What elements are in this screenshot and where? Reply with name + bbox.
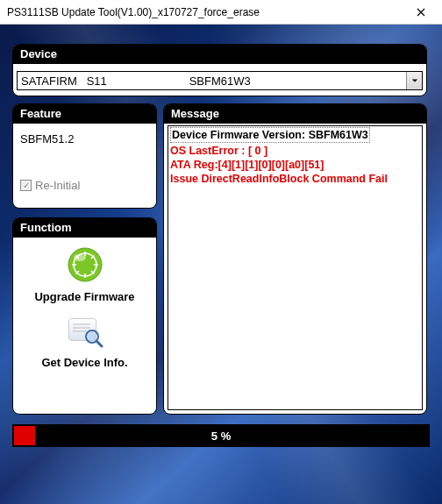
device-panel: Device SATAFIRM S11 SBFM61W3	[12, 44, 427, 96]
svg-line-19	[96, 341, 102, 346]
upgrade-label: Upgrade Firmware	[13, 290, 156, 303]
msg-firmware-version: Device Firmware Version: SBFM61W3	[170, 127, 370, 143]
device-select-value: SATAFIRM S11 SBFM61W3	[18, 72, 406, 89]
device-select[interactable]: SATAFIRM S11 SBFM61W3	[17, 71, 423, 90]
window-title: PS3111SB Update Tool(V1.00)_x170727_forc…	[7, 6, 403, 18]
reinitial-checkbox: ✓ Re-Initial	[20, 179, 149, 192]
message-panel: Message Device Firmware Version: SBFM61W…	[163, 103, 427, 415]
get-device-info-button[interactable]: Get Device Info.	[13, 316, 156, 369]
client-area: Device SATAFIRM S11 SBFM61W3 Feature SBF…	[0, 25, 442, 504]
msg-atareg: ATA Reg:[4][1][1][0][0][a0][51]	[170, 158, 420, 172]
progress-bar: 5 %	[12, 424, 430, 447]
close-button[interactable]	[403, 2, 438, 23]
reinitial-label: Re-Initial	[35, 179, 80, 192]
checkbox-icon: ✓	[20, 180, 32, 191]
device-header: Device	[13, 45, 426, 64]
upgrade-firmware-button[interactable]: Upgrade Firmware	[13, 246, 156, 303]
feature-header: Feature	[13, 104, 156, 124]
function-panel: Functiom	[12, 217, 157, 415]
function-header: Functiom	[13, 218, 156, 238]
feature-version: SBFM51.2	[20, 132, 149, 146]
feature-panel: Feature SBFM51.2 ✓ Re-Initial	[12, 103, 157, 209]
upgrade-icon	[67, 246, 103, 283]
titlebar: PS3111SB Update Tool(V1.00)_x170727_forc…	[0, 0, 442, 25]
svg-point-11	[74, 254, 86, 261]
progress-text: 5 %	[14, 429, 428, 443]
msg-fail: Issue DirectReadInfoBlock Command Fail	[170, 172, 420, 186]
message-header: Message	[164, 104, 426, 124]
chevron-down-icon[interactable]	[406, 72, 422, 89]
svg-point-18	[88, 332, 96, 341]
msg-lasterror: OS LastError : [ 0 ]	[170, 144, 420, 158]
message-body: Device Firmware Version: SBFM61W3 OS Las…	[168, 125, 423, 410]
device-info-icon	[66, 316, 104, 349]
getinfo-label: Get Device Info.	[13, 356, 156, 369]
